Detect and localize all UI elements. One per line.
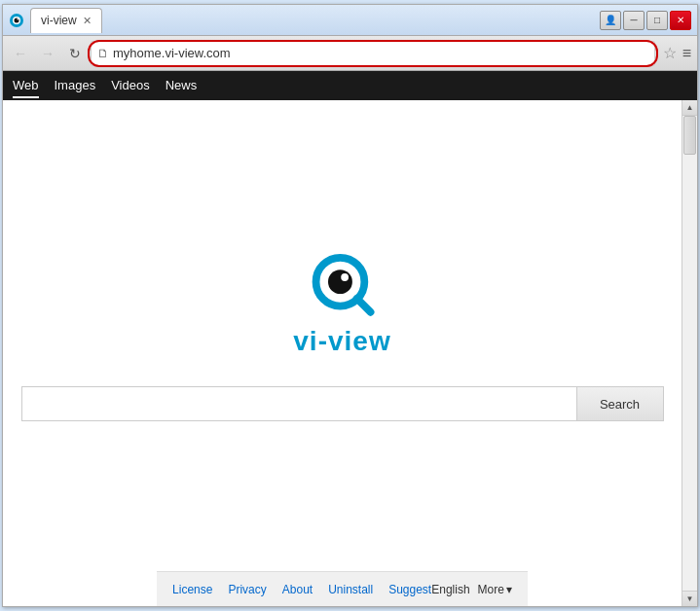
logo-container: vi-view [293, 250, 390, 357]
browser-body: vi-view Search License Privacy About Uni… [3, 100, 697, 606]
vi-view-logo-icon [303, 250, 381, 318]
nav-tab-images[interactable]: Images [55, 74, 96, 98]
window-controls: 👤 ─ □ ✕ [600, 11, 691, 30]
scroll-track[interactable] [682, 116, 697, 591]
search-button[interactable]: Search [576, 386, 664, 421]
page-content: vi-view Search License Privacy About Uni… [3, 100, 682, 606]
search-input[interactable] [21, 386, 576, 421]
close-button[interactable]: ✕ [670, 11, 691, 30]
footer-link-about[interactable]: About [282, 583, 313, 596]
scroll-down-arrow[interactable]: ▼ [682, 591, 698, 606]
footer-link-suggest[interactable]: Suggest [388, 583, 431, 596]
svg-point-7 [342, 273, 350, 281]
forward-button[interactable]: → [36, 42, 59, 65]
logo-text: vi-view [293, 326, 390, 357]
page-icon: 🗋 [97, 47, 109, 60]
footer-language: English [431, 583, 469, 596]
svg-point-6 [328, 270, 352, 294]
tab-title: vi-view [41, 14, 77, 27]
footer-link-license[interactable]: License [172, 583, 212, 596]
vertical-scrollbar: ▲ ▼ [682, 100, 697, 606]
nav-tabs-bar: Web Images Videos News [3, 71, 697, 100]
svg-point-3 [17, 18, 18, 20]
svg-line-5 [357, 299, 371, 312]
nav-tab-news[interactable]: News [166, 74, 198, 98]
search-row: Search [21, 386, 664, 421]
footer-more-button[interactable]: More ▾ [478, 583, 512, 596]
footer-links: License Privacy About Uninstall Suggest [172, 583, 431, 596]
minimize-button[interactable]: ─ [623, 11, 645, 30]
user-icon[interactable]: 👤 [600, 11, 621, 30]
address-input-wrapper[interactable]: 🗋 myhome.vi-view.com [91, 41, 655, 66]
tab-close-button[interactable]: ✕ [83, 16, 92, 26]
chevron-down-icon: ▾ [506, 583, 512, 596]
back-button[interactable]: ← [9, 42, 32, 65]
footer: License Privacy About Uninstall Suggest … [157, 571, 528, 606]
nav-tab-web[interactable]: Web [13, 74, 39, 98]
browser-icon [9, 13, 24, 28]
footer-right: English More ▾ [431, 583, 512, 596]
browser-window: vi-view ✕ 👤 ─ □ ✕ ← → ↻ 🗋 myhome.vi-view… [2, 4, 698, 607]
scroll-thumb[interactable] [683, 116, 696, 155]
address-text: myhome.vi-view.com [113, 46, 648, 60]
refresh-button[interactable]: ↻ [63, 42, 87, 65]
title-bar: vi-view ✕ 👤 ─ □ ✕ [3, 5, 697, 36]
footer-link-uninstall[interactable]: Uninstall [328, 583, 373, 596]
address-bar: ← → ↻ 🗋 myhome.vi-view.com ☆ ≡ [3, 36, 697, 71]
nav-tab-videos[interactable]: Videos [111, 74, 150, 98]
bookmark-star-icon[interactable]: ☆ [663, 44, 677, 62]
maximize-button[interactable]: □ [646, 11, 668, 30]
scroll-up-arrow[interactable]: ▲ [682, 100, 698, 116]
browser-menu-icon[interactable]: ≡ [682, 45, 691, 62]
browser-tab[interactable]: vi-view ✕ [30, 8, 102, 33]
main-content-area: vi-view Search [3, 100, 682, 571]
footer-link-privacy[interactable]: Privacy [228, 583, 266, 596]
